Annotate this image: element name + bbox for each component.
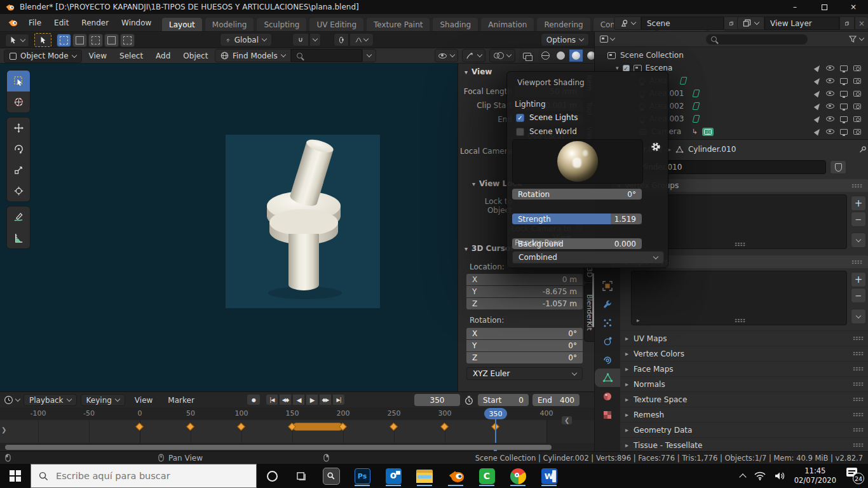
editor-type-dropdown[interactable]	[600, 36, 614, 43]
remove-view-layer-button[interactable]: ×	[855, 17, 868, 30]
options-dropdown[interactable]: Options	[541, 33, 589, 46]
menu-edit[interactable]: Edit	[48, 15, 74, 30]
fake-user-button[interactable]	[830, 160, 846, 174]
viewport-disable-icon[interactable]	[840, 104, 848, 109]
scene-world-checkbox[interactable]	[516, 128, 524, 136]
scene-lights-checkbox[interactable]	[516, 114, 524, 122]
tab-constraint-properties[interactable]	[595, 350, 620, 369]
cursor-rot-x[interactable]: X0°	[466, 328, 583, 339]
collapse-right-icon[interactable]: ❮	[562, 416, 572, 424]
viewport-menu-object[interactable]: Object	[177, 49, 214, 63]
blender-menu-button[interactable]	[4, 18, 22, 28]
render-disable-icon[interactable]	[853, 91, 861, 97]
selectable-icon[interactable]	[814, 115, 822, 123]
hide-eye-icon[interactable]	[826, 78, 834, 83]
background-slider[interactable]: Background0.000	[512, 238, 642, 249]
current-frame-field[interactable]: 350	[414, 394, 460, 406]
selectable-icon[interactable]	[814, 90, 822, 98]
list-resize-grip[interactable]	[735, 242, 745, 247]
keying-menu[interactable]: Keying	[81, 394, 125, 406]
xray-toggle-button[interactable]	[519, 49, 534, 62]
panel-face-maps[interactable]: Face Maps	[620, 361, 868, 376]
render-disable-icon[interactable]	[853, 104, 861, 109]
joint-model[interactable]	[247, 139, 361, 304]
render-disable-icon[interactable]	[853, 78, 861, 84]
outliner-row-scene-collection[interactable]: Scene Collection	[595, 49, 868, 62]
render-pass-dropdown[interactable]: Combined	[512, 251, 664, 264]
panel-grip[interactable]	[851, 260, 862, 264]
playhead-line[interactable]	[495, 419, 496, 443]
vertex-group-remove-button[interactable]	[851, 212, 866, 227]
panel-uv-maps[interactable]: UV Maps	[620, 330, 868, 346]
outliner-search-field[interactable]	[706, 34, 808, 44]
tool-rotate[interactable]	[7, 139, 30, 159]
start-button[interactable]	[0, 464, 31, 488]
wifi-icon[interactable]	[754, 471, 766, 480]
workspace-tab-layout[interactable]: Layout	[161, 17, 203, 31]
panel-geometry-data[interactable]: Geometry Data	[620, 422, 868, 437]
transform-orientation-dropdown[interactable]: Global	[220, 33, 272, 46]
rotation-order-dropdown[interactable]: XYZ Euler	[466, 367, 583, 380]
list-expand-icon[interactable]: ▸	[637, 317, 640, 323]
current-frame-pill[interactable]: 350	[484, 408, 507, 419]
tool-select-box[interactable]	[7, 71, 30, 92]
taskbar-app-blender[interactable]	[442, 466, 470, 486]
panel-normals[interactable]: Normals	[620, 376, 868, 391]
taskbar-app-camtasia[interactable]: C	[473, 466, 501, 486]
keyframe-range-bar[interactable]	[292, 423, 343, 431]
filter-icon[interactable]	[849, 36, 857, 43]
model-search-input[interactable]	[306, 51, 351, 61]
clock[interactable]: 11:45 02/07/2020	[794, 466, 836, 485]
rotation-slider[interactable]: Rotation0°	[512, 189, 642, 200]
viewport-disable-icon[interactable]	[840, 91, 848, 97]
workspace-tab-texture-paint[interactable]: Texture Paint	[366, 17, 430, 31]
play-reverse-button[interactable]: ◀	[292, 394, 305, 405]
tab-object-properties[interactable]	[595, 276, 620, 295]
snap-options-dropdown[interactable]	[309, 33, 321, 46]
list-resize-grip[interactable]	[735, 318, 745, 323]
taskbar-app-magnifier[interactable]	[317, 466, 345, 486]
cursor-rot-z[interactable]: Z0°	[466, 352, 583, 363]
strength-slider[interactable]: Strength1.519	[512, 214, 642, 224]
select-mode-new-button[interactable]	[57, 34, 71, 47]
search-options-dropdown[interactable]	[362, 49, 376, 62]
view-layer-name-field[interactable]: View Layer	[764, 17, 839, 30]
frame-end-field[interactable]: End400	[532, 394, 580, 406]
maximize-button[interactable]	[810, 4, 839, 10]
taskbar-search-box[interactable]	[31, 464, 257, 488]
tab-physics-properties[interactable]	[595, 332, 620, 350]
panel-texture-space[interactable]: Texture Space	[620, 391, 868, 407]
studiolight-settings-button[interactable]	[648, 139, 663, 154]
viewport-3d[interactable]	[0, 64, 458, 391]
pin-icon[interactable]	[859, 146, 867, 153]
tool-annotate[interactable]	[7, 207, 30, 227]
keyframe[interactable]	[186, 423, 194, 431]
taskbar-app-chrome[interactable]	[504, 466, 532, 486]
taskbar-app-explorer[interactable]	[410, 466, 438, 486]
workspace-tab-animation[interactable]: Animation	[480, 17, 534, 31]
cursor-loc-z[interactable]: Z-1.057 m	[466, 298, 583, 309]
scrollbar-thumb[interactable]	[5, 445, 552, 450]
panel-grip[interactable]	[853, 428, 864, 432]
chevron-down-icon[interactable]	[859, 36, 864, 41]
shape-keys-list[interactable]: ▸	[631, 271, 847, 325]
selectable-icon[interactable]	[814, 102, 822, 111]
gizmos-dropdown[interactable]	[462, 49, 485, 62]
timeline-menu-view[interactable]: View	[129, 394, 158, 406]
scene-name-field[interactable]: Scene	[641, 17, 724, 30]
frame-start-field[interactable]: Start0	[478, 394, 529, 406]
shape-key-specials-button[interactable]	[851, 309, 866, 324]
panel-tissue-tessellate[interactable]: Tissue - Tessellate	[620, 437, 868, 452]
selectable-icon[interactable]	[814, 128, 822, 136]
hide-eye-icon[interactable]	[826, 65, 834, 71]
workspace-tab-rendering[interactable]: Rendering	[536, 17, 590, 31]
shading-solid-button[interactable]	[553, 49, 568, 62]
keyframe[interactable]	[135, 423, 144, 431]
select-mode-invert-button[interactable]	[104, 34, 119, 47]
taskbar-app-outlook[interactable]: o	[379, 466, 407, 486]
task-view-button[interactable]	[287, 464, 315, 488]
select-mode-extend-button[interactable]	[72, 34, 87, 47]
tray-expand-icon[interactable]	[739, 473, 746, 480]
tab-particle-properties[interactable]	[595, 313, 620, 332]
hide-eye-icon[interactable]	[826, 116, 834, 121]
